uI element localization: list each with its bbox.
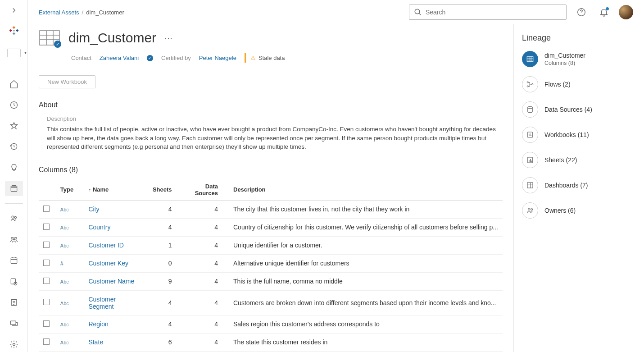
users-icon[interactable]: [5, 211, 23, 226]
svg-rect-20: [10, 321, 16, 325]
lineage-item-label: Flows (2): [544, 81, 571, 88]
type-icon: #: [60, 260, 63, 267]
svg-point-21: [13, 343, 15, 345]
lineage-item[interactable]: Data Sources (4): [522, 101, 636, 118]
breadcrumb-separator: /: [82, 9, 84, 16]
svg-point-22: [415, 9, 420, 14]
minimap-icon[interactable]: [7, 49, 21, 57]
sheets-count: 6: [146, 333, 176, 351]
page-title: dim_Customer: [68, 30, 156, 46]
column-name-link[interactable]: State: [88, 338, 103, 346]
column-name-link[interactable]: Customer Segment: [88, 296, 116, 310]
certified-by-link[interactable]: Peter Naegele: [199, 55, 236, 61]
search-input-wrap[interactable]: [409, 5, 567, 20]
home-icon[interactable]: [5, 76, 23, 91]
tableau-logo-icon[interactable]: [8, 25, 20, 37]
owners-node-icon: [522, 202, 538, 219]
lineage-primary-subtitle: Columns (8): [544, 60, 585, 66]
table-node-icon: [522, 51, 538, 67]
row-checkbox[interactable]: [43, 224, 50, 230]
row-checkbox[interactable]: [43, 278, 50, 284]
column-name-link[interactable]: Region: [88, 320, 108, 328]
svg-rect-3: [13, 33, 15, 34]
lineage-item-label: Sheets (22): [544, 156, 577, 164]
sheets-count: 4: [146, 200, 176, 218]
type-icon: Abc: [60, 243, 69, 248]
table-row: AbcCountry44Country of citizenship for t…: [39, 218, 503, 236]
lineage-primary-title: dim_Customer: [544, 52, 585, 59]
col-header-description[interactable]: Description: [222, 179, 503, 201]
lineage-item[interactable]: Owners (6): [522, 202, 636, 219]
row-checkbox[interactable]: [43, 320, 50, 327]
user-avatar[interactable]: [619, 5, 633, 19]
row-checkbox[interactable]: [43, 206, 50, 212]
recents-icon[interactable]: [5, 139, 23, 154]
jobs-icon[interactable]: [5, 274, 23, 289]
stale-data-badge[interactable]: ⚠Stale data: [245, 53, 290, 63]
dashboard-node-icon: [522, 177, 538, 193]
svg-rect-8: [13, 30, 14, 32]
notifications-icon[interactable]: [596, 5, 612, 20]
help-icon[interactable]: [574, 5, 589, 20]
flow-node-icon: [522, 76, 538, 92]
col-header-type[interactable]: Type: [56, 179, 84, 201]
sheets-count: 4: [146, 290, 176, 315]
datasources-count: 4: [177, 272, 222, 290]
columns-table: Type ↑Name Sheets Data Sources Descripti…: [39, 179, 503, 352]
explore-icon[interactable]: [5, 97, 23, 112]
table-row: AbcCustomer ID14Unique identifier for a …: [39, 236, 503, 254]
status-icon[interactable]: [5, 315, 23, 331]
lineage-item[interactable]: Flows (2): [522, 76, 636, 92]
lineage-heading: Lineage: [522, 33, 636, 43]
datasources-count: 4: [177, 333, 222, 351]
external-assets-icon[interactable]: [5, 181, 23, 196]
column-description: The state this customer resides in: [233, 338, 498, 346]
column-name-link[interactable]: Customer ID: [88, 242, 124, 249]
lineage-item-label: Data Sources (4): [544, 106, 592, 113]
svg-rect-25: [527, 57, 533, 62]
meta-row: Contact Zaheera Valani ✓ Certified by Pe…: [39, 53, 503, 63]
column-name-link[interactable]: Country: [88, 224, 110, 231]
row-checkbox[interactable]: [43, 299, 50, 305]
datasources-count: 4: [177, 315, 222, 333]
more-actions-button[interactable]: ⋯: [164, 33, 172, 43]
col-header-name[interactable]: ↑Name: [84, 179, 146, 201]
search-input[interactable]: [426, 9, 562, 16]
columns-heading: Columns (8): [39, 166, 503, 174]
row-checkbox[interactable]: [43, 260, 50, 266]
svg-point-28: [532, 84, 533, 85]
lineage-item[interactable]: Sheets (22): [522, 152, 636, 168]
row-checkbox[interactable]: [43, 338, 50, 345]
certified-check-icon: ✓: [147, 55, 153, 61]
schedules-icon[interactable]: [5, 253, 23, 268]
lineage-item-label: Workbooks (11): [544, 131, 589, 138]
settings-icon[interactable]: [5, 337, 23, 352]
column-name-link[interactable]: Customer Key: [88, 260, 128, 267]
svg-point-11: [12, 216, 14, 219]
lineage-primary[interactable]: dim_CustomerColumns (8): [522, 51, 636, 67]
type-icon: Abc: [60, 322, 69, 327]
datasources-count: 4: [177, 290, 222, 315]
column-name-link[interactable]: Customer Name: [88, 278, 134, 285]
lineage-item-label: Owners (6): [544, 207, 576, 214]
row-checkbox[interactable]: [43, 242, 50, 248]
breadcrumb-root-link[interactable]: External Assets: [39, 9, 79, 16]
column-name-link[interactable]: City: [88, 206, 99, 213]
expand-sidebar-icon[interactable]: [10, 6, 18, 16]
groups-icon[interactable]: [5, 232, 23, 247]
notification-dot-icon: [606, 7, 609, 10]
col-header-sheets[interactable]: Sheets: [146, 179, 176, 201]
new-workbook-button[interactable]: New Workbook: [39, 75, 95, 88]
lineage-item[interactable]: Dashboards (7): [522, 177, 636, 193]
recommendations-icon[interactable]: [5, 160, 23, 175]
contact-link[interactable]: Zaheera Valani: [100, 55, 139, 61]
col-header-datasources[interactable]: Data Sources: [177, 179, 222, 201]
column-description: Alternative unique identifier for custom…: [233, 260, 498, 267]
table-row: AbcRegion44Sales region this customer's …: [39, 315, 503, 333]
favorites-icon[interactable]: [5, 118, 23, 133]
tasks-icon[interactable]: [5, 295, 23, 310]
lineage-item-label: Dashboards (7): [544, 182, 588, 189]
lineage-item[interactable]: Workbooks (11): [522, 127, 636, 143]
certified-badge-icon: ✓: [54, 41, 61, 48]
warning-icon: ⚠: [250, 55, 256, 61]
